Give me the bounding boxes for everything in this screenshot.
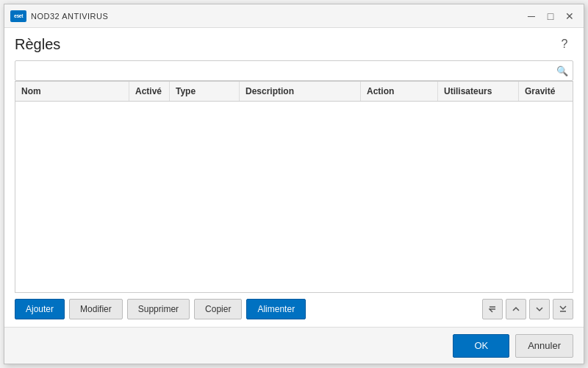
app-logo: eset [10, 10, 26, 22]
move-bottom-button[interactable] [553, 299, 573, 319]
window-controls: ─ □ ✕ [523, 8, 578, 24]
alimenter-button[interactable]: Alimenter [246, 299, 306, 319]
close-button[interactable]: ✕ [562, 8, 578, 24]
search-input[interactable] [20, 66, 556, 76]
content-area: Règles ? 🔍 Nom Activé Type Description [4, 28, 584, 327]
col-header-description: Description [240, 82, 361, 101]
search-bar: 🔍 [15, 60, 573, 81]
table-header: Nom Activé Type Description Action Utili… [15, 82, 573, 102]
col-header-nom: Nom [15, 82, 129, 101]
titlebar: eset NOD32 ANTIVIRUS ─ □ ✕ [4, 4, 584, 28]
move-top-button[interactable] [482, 299, 503, 319]
table-body [15, 102, 573, 292]
move-top-icon [489, 305, 496, 313]
page-title: Règles [15, 36, 60, 53]
move-bottom-icon [559, 305, 567, 313]
move-up-icon [512, 305, 520, 313]
dialog-footer: OK Annuler [4, 327, 584, 364]
nav-buttons [482, 299, 573, 319]
footer-action-buttons: Ajouter Modifier Supprimer Copier Alimen… [15, 299, 573, 319]
col-header-action: Action [361, 82, 438, 101]
col-header-active: Activé [129, 82, 170, 101]
move-down-icon [536, 305, 543, 313]
main-window: eset NOD32 ANTIVIRUS ─ □ ✕ Règles ? 🔍 No… [4, 4, 584, 364]
minimize-button[interactable]: ─ [523, 8, 539, 24]
app-title: NOD32 ANTIVIRUS [31, 12, 523, 21]
col-header-utilisateurs: Utilisateurs [438, 82, 519, 101]
modifier-button[interactable]: Modifier [69, 299, 123, 319]
copier-button[interactable]: Copier [194, 299, 242, 319]
search-icon: 🔍 [556, 66, 568, 77]
move-down-button[interactable] [529, 299, 550, 319]
move-up-button[interactable] [506, 299, 526, 319]
col-header-type: Type [170, 82, 240, 101]
supprimer-button[interactable]: Supprimer [127, 299, 190, 319]
page-header: Règles ? [15, 35, 573, 53]
action-buttons-left: Ajouter Modifier Supprimer Copier Alimen… [15, 299, 306, 319]
col-header-gravite: Gravité [519, 82, 573, 101]
rules-table: Nom Activé Type Description Action Utili… [15, 81, 573, 293]
maximize-button[interactable]: □ [542, 8, 559, 24]
ajouter-button[interactable]: Ajouter [15, 299, 65, 319]
ok-button[interactable]: OK [453, 334, 509, 358]
help-button[interactable]: ? [556, 35, 573, 53]
cancel-button[interactable]: Annuler [515, 334, 573, 358]
